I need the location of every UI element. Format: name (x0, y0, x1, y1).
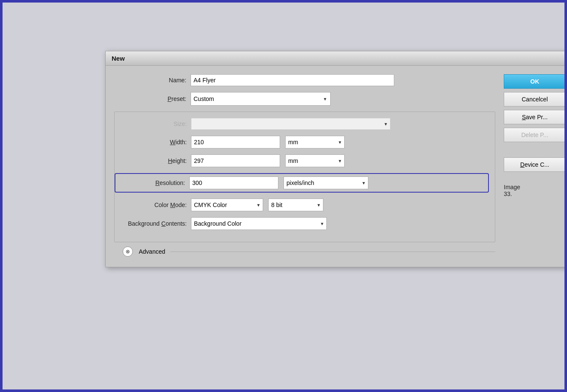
resolution-unit-select[interactable]: pixels/inch pixels/cm (284, 176, 368, 189)
color-mode-select[interactable]: Bitmap Grayscale RGB Color CMYK Color La… (191, 199, 263, 211)
preset-row: Preset: Custom Default Photoshop Size U.… (114, 92, 495, 106)
color-mode-label: Color Mode: (115, 202, 191, 208)
bg-contents-wrapper: White Background Color Transparent (191, 217, 327, 230)
color-mode-wrapper: Bitmap Grayscale RGB Color CMYK Color La… (191, 199, 263, 211)
size-select[interactable] (191, 118, 390, 130)
dialog-title: New (106, 51, 567, 66)
height-unit-select[interactable]: mm cm inches pixels points picas (285, 154, 345, 167)
resolution-input[interactable] (189, 176, 278, 189)
image-size-value: 33. (504, 190, 566, 197)
name-input[interactable] (191, 74, 394, 86)
color-mode-row: Color Mode: Bitmap Grayscale RGB Color C… (115, 199, 489, 211)
height-unit-wrapper: mm cm inches pixels points picas (283, 154, 345, 167)
size-label: Size: (115, 120, 191, 127)
size-row: Size: (115, 118, 489, 130)
resolution-unit-wrapper: pixels/inch pixels/cm (281, 176, 368, 189)
new-dialog: New Name: Preset: Custom Default Photosh… (105, 51, 567, 267)
width-unit-wrapper: mm cm inches pixels points picas (283, 136, 345, 148)
bg-contents-label: Background Contents: (115, 220, 191, 227)
dialog-body: Name: Preset: Custom Default Photoshop S… (106, 66, 567, 267)
resolution-row: Resolution: pixels/inch pixels/cm (115, 173, 489, 193)
bg-contents-select[interactable]: White Background Color Transparent (191, 217, 327, 230)
ok-button[interactable]: OK (504, 74, 566, 89)
width-unit-select[interactable]: mm cm inches pixels points picas (285, 136, 345, 148)
advanced-label: Advanced (139, 248, 165, 255)
dialog-sidebar: OK Cancelcel Save Pr... Delete P... Devi… (504, 74, 567, 258)
advanced-toggle[interactable]: ⊗ (123, 246, 133, 257)
bg-contents-row: Background Contents: White Background Co… (115, 217, 489, 230)
height-label: Height: (115, 157, 191, 164)
cancel-button[interactable]: Cancelcel (504, 92, 566, 106)
height-input[interactable] (191, 154, 280, 167)
device-central-button[interactable]: Device C... (504, 157, 566, 172)
dialog-main: Name: Preset: Custom Default Photoshop S… (106, 74, 504, 258)
width-label: Width: (115, 139, 191, 146)
preset-label: Preset: (114, 95, 191, 102)
bit-depth-wrapper: 8 bit 16 bit 32 bit (266, 199, 323, 211)
name-row: Name: (114, 74, 495, 86)
bit-depth-select[interactable]: 8 bit 16 bit 32 bit (268, 199, 323, 211)
delete-preset-button[interactable]: Delete P... (504, 128, 566, 142)
size-select-wrapper (191, 118, 390, 130)
image-size-section: Image 33. (504, 184, 566, 197)
advanced-divider (170, 252, 495, 252)
width-input[interactable] (191, 136, 280, 148)
save-preset-button[interactable]: Save Pr... (504, 110, 566, 124)
preset-section: Size: Width: mm (114, 112, 495, 242)
advanced-row: ⊗ Advanced (114, 242, 495, 258)
preset-select[interactable]: Custom Default Photoshop Size U.S. Paper… (191, 92, 331, 106)
title-text: New (112, 55, 125, 62)
width-row: Width: mm cm inches pixels points picas (115, 136, 489, 148)
name-label: Name: (114, 77, 191, 84)
preset-select-wrapper: Custom Default Photoshop Size U.S. Paper… (191, 92, 331, 106)
height-row: Height: mm cm inches pixels points picas (115, 154, 489, 167)
resolution-label: Resolution: (120, 179, 189, 186)
image-size-label: Image (504, 184, 566, 190)
